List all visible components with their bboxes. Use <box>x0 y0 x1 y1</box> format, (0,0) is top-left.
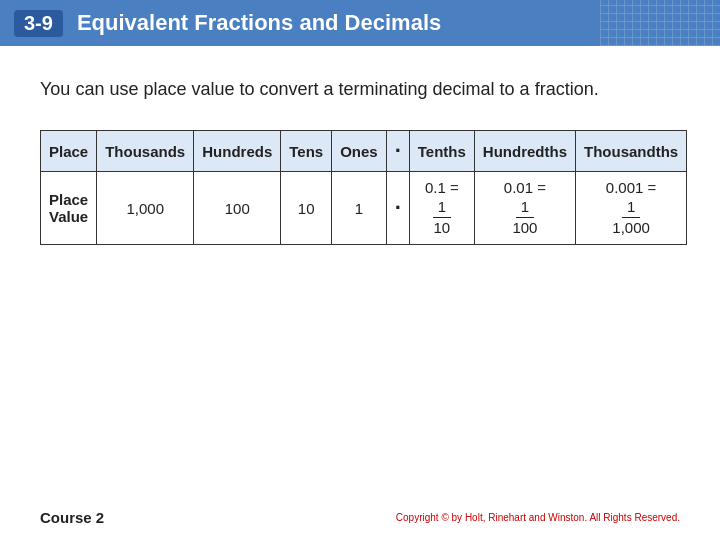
col-tens: Tens <box>281 131 332 172</box>
cell-tens-value: 10 <box>281 172 332 245</box>
cell-hundreds-value: 100 <box>194 172 281 245</box>
thousandths-fraction: 1 1,000 <box>612 198 650 237</box>
tenths-fraction-container: 0.1 = 1 10 <box>418 179 466 237</box>
header-decorative-grid <box>600 0 720 46</box>
thousandths-fraction-container: 0.001 = 1 1,000 <box>584 179 678 237</box>
cell-dot: · <box>386 172 409 245</box>
hundredths-numerator: 1 <box>516 198 534 218</box>
cell-hundredths-value: 0.01 = 1 100 <box>474 172 575 245</box>
table-header-row: Place Thousands Hundreds Tens Ones · Ten… <box>41 131 687 172</box>
place-value-table: Place Thousands Hundreds Tens Ones · Ten… <box>40 130 687 245</box>
tenths-eq: 0.1 = <box>425 179 459 196</box>
intro-text: You can use place value to convert a ter… <box>40 76 680 102</box>
thousandths-denominator: 1,000 <box>612 218 650 237</box>
cell-tenths-value: 0.1 = 1 10 <box>409 172 474 245</box>
tenths-fraction: 1 10 <box>433 198 451 237</box>
lesson-badge: 3-9 <box>14 10 63 37</box>
header-title: Equivalent Fractions and Decimals <box>77 10 441 36</box>
col-hundreds: Hundreds <box>194 131 281 172</box>
main-content: You can use place value to convert a ter… <box>0 46 720 265</box>
col-tenths: Tenths <box>409 131 474 172</box>
course-label: Course 2 <box>40 509 104 526</box>
col-thousands: Thousands <box>97 131 194 172</box>
header: 3-9 Equivalent Fractions and Decimals <box>0 0 720 46</box>
hundredths-eq: 0.01 = <box>504 179 546 196</box>
col-dot: · <box>386 131 409 172</box>
cell-thousands-value: 1,000 <box>97 172 194 245</box>
thousandths-eq: 0.001 = <box>606 179 656 196</box>
col-ones: Ones <box>332 131 387 172</box>
hundredths-fraction: 1 100 <box>512 198 537 237</box>
cell-place-label: PlaceValue <box>41 172 97 245</box>
col-hundredths: Hundredths <box>474 131 575 172</box>
tenths-denominator: 10 <box>433 218 450 237</box>
col-place: Place <box>41 131 97 172</box>
table-body-row: PlaceValue 1,000 100 10 1 · 0.1 = 1 10 <box>41 172 687 245</box>
footer: Course 2 Copyright © by Holt, Rinehart a… <box>40 509 680 526</box>
hundredths-fraction-container: 0.01 = 1 100 <box>483 179 567 237</box>
hundredths-denominator: 100 <box>512 218 537 237</box>
copyright-text: Copyright © by Holt, Rinehart and Winsto… <box>396 512 680 523</box>
col-thousandths: Thousandths <box>576 131 687 172</box>
tenths-numerator: 1 <box>433 198 451 218</box>
cell-ones-value: 1 <box>332 172 387 245</box>
thousandths-numerator: 1 <box>622 198 640 218</box>
cell-thousandths-value: 0.001 = 1 1,000 <box>576 172 687 245</box>
